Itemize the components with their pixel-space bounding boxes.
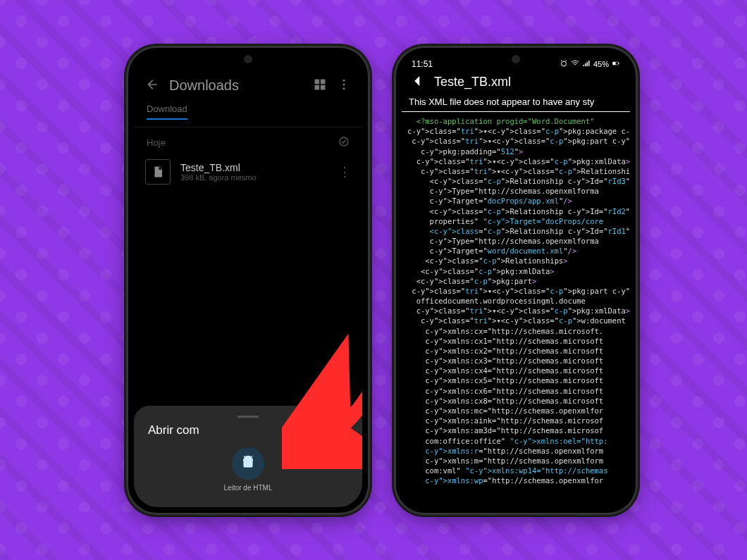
battery-icon [612,59,620,70]
camera-notch [244,55,252,63]
file-meta: 398 kB, agora mesmo [180,173,328,182]
android-icon [232,447,264,480]
date-group-header: Hoje [134,127,362,152]
back-icon[interactable] [145,77,159,94]
svg-point-3 [340,137,348,146]
phone-right: 11:51 45% Teste_TB.xml This XML file doe… [396,48,636,513]
file-name: Teste_TB.xml [180,162,328,173]
downloads-title: Downloads [169,77,303,94]
xml-code-view[interactable]: <?mso-application progid="Word.Document"… [402,112,630,490]
svg-point-5 [561,61,566,66]
document-icon [145,159,171,185]
open-with-sheet: Abrir com Leitor de HTML [134,406,362,507]
battery-text: 45% [593,60,609,68]
phone-right-screen: 11:51 45% Teste_TB.xml This XML file doe… [402,54,630,507]
wifi-icon [571,59,579,70]
svg-point-1 [343,84,345,86]
alarm-icon [560,59,568,70]
check-circle-icon[interactable] [338,136,350,149]
svg-rect-4 [244,461,253,468]
file-row[interactable]: Teste_TB.xml 398 kB, agora mesmo ⋮ [134,152,362,192]
phone-left: Downloads Download Hoje Teste_TB.xml 398… [128,48,368,513]
app-choice-html-viewer[interactable]: Leitor de HTML [222,447,274,492]
grid-view-icon[interactable] [313,77,327,94]
tab-download[interactable]: Download [147,104,187,120]
svg-point-2 [343,87,345,89]
svg-rect-8 [619,63,619,64]
open-with-title: Abrir com [148,423,350,437]
svg-point-0 [343,80,345,82]
sheet-grip[interactable] [237,416,259,418]
xml-title: Teste_TB.xml [434,75,511,89]
more-icon[interactable] [337,77,351,94]
camera-notch [512,55,520,63]
signal-icon [582,59,591,70]
svg-rect-7 [613,62,616,65]
tabs-row: Download [134,99,362,127]
downloads-header: Downloads [134,68,362,99]
xml-viewer-header: Teste_TB.xml [402,72,630,92]
status-time: 11:51 [412,59,433,69]
xml-warning: This XML file does not appear to have an… [402,92,630,112]
file-more-icon[interactable]: ⋮ [338,168,351,175]
app-label: Leitor de HTML [224,484,273,492]
phone-left-screen: Downloads Download Hoje Teste_TB.xml 398… [134,54,362,507]
back-icon[interactable] [412,75,424,89]
date-group-label: Hoje [147,137,166,148]
